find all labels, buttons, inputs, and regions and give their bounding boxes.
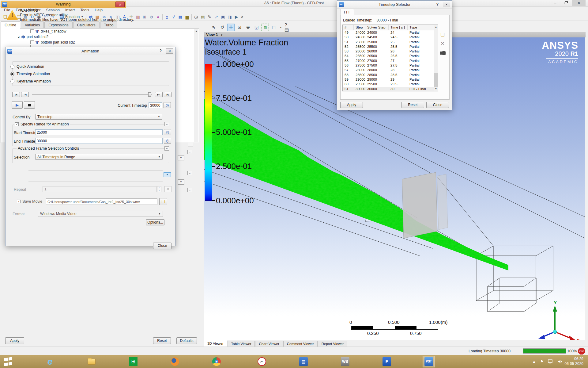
toolbar-icon[interactable]: χ — [164, 13, 170, 20]
start-timestep-selector-button[interactable]: ◷ — [164, 129, 171, 135]
collapse-button[interactable]: – — [187, 188, 192, 192]
viewer-tool-icon[interactable]: ⇖ — [210, 24, 217, 31]
save-movie-path-input[interactable] — [46, 198, 157, 205]
chrome-icon[interactable] — [212, 357, 221, 366]
scroll-thumb[interactable] — [434, 73, 438, 87]
viewer-tab[interactable]: Chart Viewer — [255, 341, 283, 347]
timestep-selector-button[interactable]: ◷ — [164, 102, 171, 108]
cfd-post-taskbar-icon[interactable]: PST — [423, 356, 435, 367]
timestep-row[interactable]: 54 26500 26500 26.5 Partial — [343, 54, 438, 58]
firefox-icon[interactable] — [170, 357, 179, 366]
end-timestep-selector-button[interactable]: ◷ — [164, 138, 171, 144]
toolbar-icon[interactable]: ◷ — [193, 13, 199, 20]
scroll-down-icon[interactable]: ▼ — [434, 87, 438, 91]
panel-tab[interactable]: Variables — [21, 21, 44, 29]
toolbar-icon[interactable]: ▥ — [134, 13, 141, 20]
case-tab[interactable]: FFF — [341, 9, 354, 15]
collapse-button[interactable]: – — [164, 146, 169, 151]
close-icon[interactable]: ✕ — [166, 48, 173, 54]
toolbar-icon[interactable]: ▅ — [184, 13, 190, 20]
toolbar-icon[interactable]: ⊘ — [148, 13, 155, 20]
load-timestep-icon[interactable]: ❏ — [439, 32, 446, 38]
timestep-row[interactable]: 53 26000 26000 26 Partial — [343, 49, 438, 54]
viewer-tool-icon[interactable]: ◲ — [253, 24, 260, 31]
browse-folder-button[interactable]: ❏ — [159, 198, 167, 205]
taskbar-clock[interactable]: 06:29 06-05-2020 — [553, 356, 583, 366]
action-center-icon[interactable]: ⚑ — [540, 359, 544, 364]
close-button[interactable]: Close — [426, 102, 449, 108]
viewer-tab[interactable]: 3D Viewer — [204, 340, 227, 347]
viewer-tab[interactable]: Report Viewer — [318, 341, 348, 347]
expander-icon[interactable]: ◢ — [17, 36, 20, 38]
timestep-row[interactable]: 49 24000 24000 24 Partial — [343, 30, 438, 35]
minimize-button[interactable]: – — [551, 0, 560, 6]
expand-options-button[interactable]: ▼ — [164, 172, 171, 177]
tree-item[interactable]: bottom part solid sd2 — [1, 40, 199, 45]
close-button[interactable]: Close — [153, 243, 172, 249]
control-panel-icon[interactable]: ▤ — [299, 357, 308, 366]
slider-handle[interactable] — [148, 92, 151, 97]
panel-tab[interactable]: Outline — [1, 21, 20, 29]
close-icon[interactable]: ✕ — [115, 2, 125, 7]
radio-timestep-animation[interactable]: Timestep Animation — [10, 72, 50, 76]
toolbar-icon[interactable]: ↗ — [213, 13, 220, 20]
timestep-row[interactable]: 55 27000 27000 27 Partial — [343, 59, 438, 63]
viewer-tab[interactable]: Table Viewer — [228, 341, 255, 347]
step-forward-button[interactable]: ▶T — [155, 92, 163, 97]
collapse-button[interactable]: – — [187, 150, 192, 154]
scroll-up-icon[interactable]: ▲ — [434, 25, 438, 29]
toolbar-icon[interactable]: ✎ — [206, 13, 213, 20]
ellipsis-button[interactable]: ... — [188, 142, 193, 147]
toolbar-icon[interactable]: ▶ — [233, 13, 240, 20]
toolbar-icon[interactable] — [161, 13, 164, 20]
checkbox[interactable] — [30, 40, 34, 44]
viewer-tool-icon[interactable]: ▼ — [279, 24, 283, 31]
tree-scrollbar[interactable]: ▲ — [194, 29, 198, 142]
tree-item[interactable]: dike1_t shadow — [1, 29, 199, 34]
reset-button[interactable]: Reset — [153, 337, 171, 344]
file-explorer-icon[interactable] — [87, 357, 96, 366]
panel-tab[interactable]: Turbo — [100, 21, 118, 29]
timestep-row[interactable]: 58 28500 28500 28.5 Partial — [343, 73, 438, 77]
toolbar-icon[interactable]: ⊞ — [141, 13, 148, 20]
apply-button[interactable]: Apply — [5, 337, 24, 344]
current-timestep-input[interactable] — [149, 102, 162, 108]
toolbar-icon[interactable]: √ — [170, 13, 177, 20]
control-by-select[interactable]: Timestep — [35, 114, 162, 120]
step-back-button[interactable]: T◀ — [21, 92, 29, 97]
close-icon[interactable]: ✕ — [443, 2, 450, 7]
workbench-icon[interactable]: WB — [341, 357, 350, 366]
table-scrollbar[interactable]: ▲ ▼ — [434, 25, 438, 91]
panel-tab[interactable]: Calculators — [73, 21, 100, 29]
toolbar-icon[interactable]: ● — [155, 13, 161, 20]
radio-keyframe-animation[interactable]: Keyframe Animation — [10, 79, 51, 83]
timestep-row[interactable]: 56 27500 27500 27.5 Partial — [343, 63, 438, 68]
help-icon[interactable]: ? — [436, 2, 439, 6]
viewer-tool-icon[interactable]: ✛ — [227, 24, 235, 31]
options-button[interactable]: Options... — [146, 219, 164, 225]
toolbar-icon[interactable]: ▦ — [177, 13, 184, 20]
maximize-button[interactable] — [561, 0, 570, 6]
timestep-row[interactable]: 61 30000 30000 30 Full - Final — [343, 87, 438, 91]
start-button[interactable] — [4, 356, 12, 367]
selection-select[interactable]: All Timesteps In Range — [35, 154, 163, 160]
radio-quick-animation[interactable]: Quick Animation — [10, 64, 44, 69]
stop-icon[interactable]: STOP — [578, 348, 585, 355]
toolbar-icon[interactable]: ◨ — [226, 13, 233, 20]
save-movie-checkbox[interactable]: Save Movie — [17, 199, 42, 204]
toolbar-icon[interactable] — [190, 13, 193, 20]
dropdown-button[interactable]: ▼ — [178, 155, 184, 160]
defaults-button[interactable]: Defaults — [176, 337, 197, 344]
end-timestep-input[interactable] — [35, 138, 163, 144]
timestep-row[interactable]: 57 28000 28000 28 Partial — [343, 68, 438, 72]
timestep-row[interactable]: 52 25500 25500 25.5 Partial — [343, 44, 438, 49]
panel-tab[interactable]: Expressions — [44, 21, 72, 29]
dropdown-button[interactable]: ▼ — [178, 179, 184, 185]
help-icon[interactable]: ? — [160, 49, 162, 53]
timestep-row[interactable]: 60 29500 29500 29.5 Partial — [343, 82, 438, 86]
timestep-row[interactable]: 50 24500 24500 24.5 Partial — [343, 35, 438, 40]
viewer-tool-icon[interactable]: ?▤ — [284, 24, 292, 31]
timestep-dialog-titlebar[interactable]: PST Timestep Selector ? ✕ — [337, 1, 452, 9]
timeline-slider[interactable] — [32, 94, 152, 95]
stop-button[interactable] — [24, 101, 35, 109]
